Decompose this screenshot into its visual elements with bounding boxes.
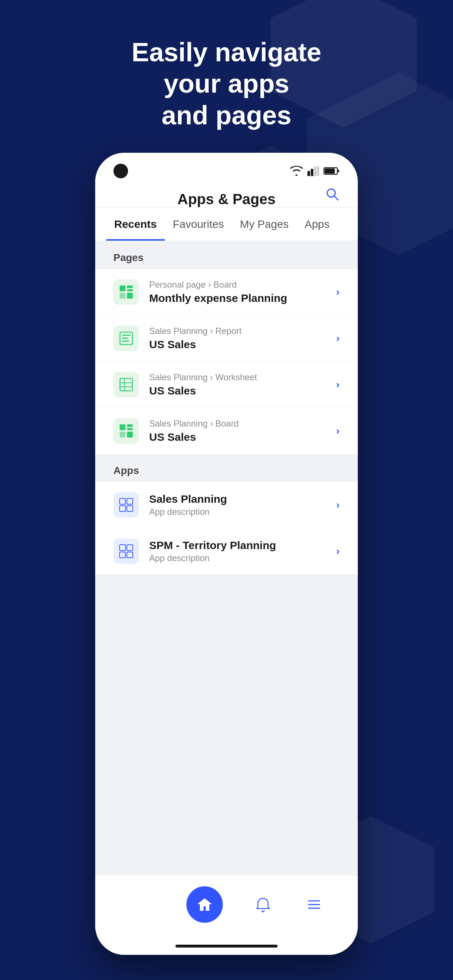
svg-rect-33 xyxy=(120,552,126,558)
svg-rect-3 xyxy=(317,166,319,176)
item-title: US Sales xyxy=(149,385,336,397)
signal-icon xyxy=(308,166,319,176)
svg-rect-13 xyxy=(127,293,133,299)
svg-rect-11 xyxy=(127,289,133,291)
svg-rect-30 xyxy=(127,506,133,512)
item-breadcrumb: Sales Planning › Worksheet xyxy=(149,372,336,382)
app-item-content: SPM - Territory Planning App description xyxy=(149,539,336,563)
svg-rect-28 xyxy=(127,498,133,504)
chevron-right-icon: › xyxy=(336,425,340,437)
content-area: Pages Personal page › Board Monthly expe xyxy=(95,241,358,875)
item-subtitle: App description xyxy=(149,507,336,517)
item-subtitle: App description xyxy=(149,553,336,563)
notifications-button[interactable] xyxy=(252,894,274,915)
item-title: Monthly expense Planning xyxy=(149,292,336,304)
chevron-right-icon: › xyxy=(336,286,340,298)
page-icon-board xyxy=(113,279,139,305)
app-icon-spm xyxy=(113,538,139,564)
status-icons xyxy=(290,166,340,176)
item-breadcrumb: Sales Planning › Board xyxy=(149,418,336,429)
svg-rect-18 xyxy=(120,379,132,391)
list-item[interactable]: Personal page › Board Monthly expense Pl… xyxy=(95,269,358,315)
page-item-content: Sales Planning › Worksheet US Sales xyxy=(149,372,336,397)
app-bar-title: Apps & Pages xyxy=(178,191,276,207)
chevron-right-icon: › xyxy=(336,332,340,344)
home-button[interactable] xyxy=(187,886,223,923)
home-indicator xyxy=(95,945,358,955)
svg-rect-23 xyxy=(127,425,133,427)
svg-rect-15 xyxy=(122,335,131,336)
tab-recents[interactable]: Recents xyxy=(106,208,165,240)
app-item-content: Sales Planning App description xyxy=(149,493,336,517)
list-item[interactable]: Sales Planning App description › xyxy=(95,482,358,528)
page-item-content: Personal page › Board Monthly expense Pl… xyxy=(149,280,336,304)
svg-line-8 xyxy=(334,196,338,200)
page-icon-worksheet xyxy=(113,372,139,398)
list-item[interactable]: SPM - Territory Planning App description… xyxy=(95,528,358,574)
svg-rect-1 xyxy=(311,169,313,176)
item-breadcrumb: Sales Planning › Report xyxy=(149,326,336,336)
chevron-right-icon: › xyxy=(336,546,340,557)
item-title: SPM - Territory Planning xyxy=(149,539,336,552)
home-indicator-bar xyxy=(175,945,278,948)
list-item[interactable]: Sales Planning › Board US Sales › xyxy=(95,408,358,454)
phone-mockup: Apps & Pages Recents Favourites My Pages… xyxy=(95,153,358,955)
apps-list: Sales Planning App description › SPM - T xyxy=(95,482,358,574)
svg-rect-34 xyxy=(127,552,133,558)
camera-dot xyxy=(113,164,128,178)
page-icon-board2 xyxy=(113,418,139,444)
svg-rect-9 xyxy=(120,285,126,291)
svg-rect-2 xyxy=(314,167,317,176)
item-title: US Sales xyxy=(149,338,336,351)
svg-rect-29 xyxy=(120,506,126,512)
wifi-icon xyxy=(290,166,303,176)
svg-rect-5 xyxy=(337,170,339,172)
tabs-bar: Recents Favourites My Pages Apps xyxy=(95,208,358,241)
item-title: Sales Planning xyxy=(149,493,336,505)
tab-apps[interactable]: Apps xyxy=(297,208,337,240)
page-icon-report xyxy=(113,326,139,351)
svg-rect-25 xyxy=(120,432,126,438)
status-bar xyxy=(95,153,358,184)
item-title: US Sales xyxy=(149,431,336,443)
menu-button[interactable] xyxy=(303,894,325,915)
tab-my-pages[interactable]: My Pages xyxy=(232,208,297,240)
app-bar: Apps & Pages xyxy=(95,184,358,208)
list-item[interactable]: Sales Planning › Worksheet US Sales › xyxy=(95,362,358,408)
svg-rect-6 xyxy=(325,169,335,173)
svg-rect-12 xyxy=(120,293,126,299)
svg-rect-16 xyxy=(122,337,128,339)
svg-rect-26 xyxy=(127,432,133,438)
svg-rect-31 xyxy=(120,545,126,550)
svg-rect-10 xyxy=(127,285,133,288)
battery-icon xyxy=(324,167,340,175)
svg-rect-22 xyxy=(120,425,126,430)
svg-rect-0 xyxy=(308,171,310,176)
page-item-content: Sales Planning › Report US Sales xyxy=(149,326,336,351)
hero-heading: Easily navigate your apps and pages xyxy=(62,0,391,153)
app-icon-sales-planning xyxy=(113,492,139,518)
apps-section-header: Apps xyxy=(95,454,358,482)
page-item-content: Sales Planning › Board US Sales xyxy=(149,418,336,443)
pages-section-header: Pages xyxy=(95,241,358,269)
pages-list: Personal page › Board Monthly expense Pl… xyxy=(95,269,358,454)
tab-favourites[interactable]: Favourites xyxy=(165,208,232,240)
search-button[interactable] xyxy=(325,187,340,205)
item-breadcrumb: Personal page › Board xyxy=(149,280,336,290)
svg-rect-32 xyxy=(127,545,133,550)
chevron-right-icon: › xyxy=(336,499,340,511)
svg-rect-17 xyxy=(122,340,129,342)
chevron-right-icon: › xyxy=(336,379,340,390)
svg-rect-24 xyxy=(127,428,133,430)
bottom-nav xyxy=(95,875,358,945)
svg-rect-27 xyxy=(120,498,126,504)
list-item[interactable]: Sales Planning › Report US Sales › xyxy=(95,315,358,362)
